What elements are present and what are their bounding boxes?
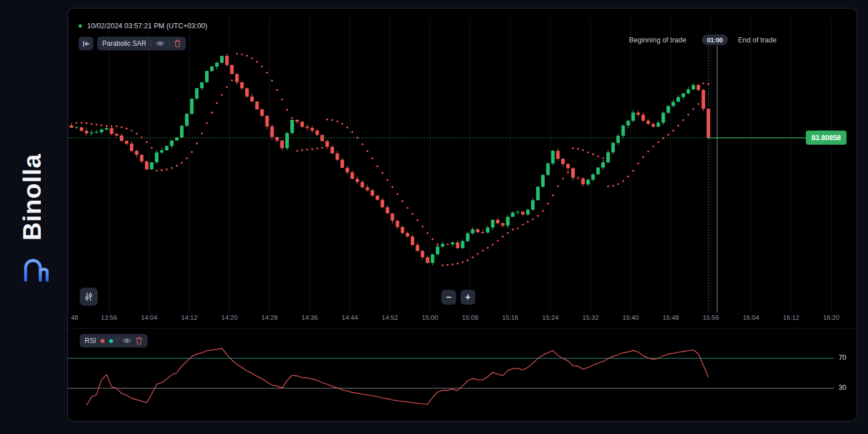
rsi-upper-level-label: 70 — [839, 354, 846, 362]
time-axis-label: 15:56 — [694, 314, 728, 321]
time-axis: 4813:5614:0414:1214:2014:2814:3614:4414:… — [68, 314, 857, 323]
indicator-delete-button[interactable] — [174, 40, 181, 47]
rsi-red-dot — [101, 339, 105, 343]
time-axis-label: 13:56 — [92, 314, 126, 321]
zoom-in-button[interactable]: + — [461, 290, 475, 305]
time-axis-label: 15:00 — [413, 314, 447, 321]
zoom-out-button[interactable]: − — [441, 290, 456, 305]
live-status-dot — [79, 24, 82, 28]
eye-icon — [156, 40, 164, 47]
collapse-left-icon — [82, 40, 90, 47]
time-axis-label: 14:52 — [373, 314, 407, 321]
indicator-toolbar: Parabolic SAR — [79, 37, 186, 50]
indicator-label: Parabolic SAR — [102, 40, 146, 47]
sliders-icon — [84, 292, 94, 302]
chart-timestamp-row: 10/02/2024 03:57:21 PM (UTC+03:00) — [79, 22, 207, 30]
trade-duration-badge: 01:00 — [702, 34, 728, 45]
rsi-label: RSI — [85, 337, 96, 345]
divider — [169, 40, 170, 47]
time-axis-label: 48 — [68, 314, 81, 321]
eye-icon — [123, 337, 131, 344]
parabolic-sar-badge[interactable]: Parabolic SAR — [97, 37, 186, 50]
binolla-logo-icon — [21, 255, 49, 284]
chart-panel: 10/02/2024 03:57:21 PM (UTC+03:00) Parab… — [67, 8, 857, 422]
current-price-label: 83.80858 — [806, 131, 847, 145]
time-axis-label: 16:04 — [734, 314, 768, 321]
time-axis-label: 16:12 — [774, 314, 808, 321]
time-axis-label: 16:20 — [814, 314, 848, 321]
time-axis-label: 15:16 — [493, 314, 527, 321]
trash-icon — [136, 337, 142, 345]
time-axis-label: 15:24 — [533, 314, 567, 321]
rsi-teal-dot — [109, 339, 113, 343]
end-of-trade-label: End of trade — [738, 36, 776, 44]
time-axis-label: 14:20 — [212, 314, 246, 321]
rsi-delete-button[interactable] — [136, 337, 142, 345]
chart-timestamp: 10/02/2024 03:57:21 PM (UTC+03:00) — [87, 22, 207, 30]
divider — [151, 40, 151, 47]
rsi-visibility-button[interactable] — [123, 337, 131, 344]
time-axis-label: 14:36 — [293, 314, 327, 321]
time-axis-label: 14:28 — [253, 314, 287, 321]
time-axis-label: 15:48 — [654, 314, 688, 321]
time-axis-label: 14:44 — [333, 314, 367, 321]
time-axis-label: 15:40 — [614, 314, 648, 321]
collapse-indicators-button[interactable] — [79, 37, 93, 50]
rsi-lower-level-label: 30 — [839, 384, 846, 392]
time-axis-label: 14:12 — [172, 314, 206, 321]
time-axis-label: 14:04 — [132, 314, 166, 321]
rsi-badge[interactable]: RSI — [80, 334, 147, 348]
brand-name: Binolla — [18, 154, 47, 241]
trash-icon — [174, 40, 181, 47]
zoom-controls: − + — [441, 290, 475, 305]
divider — [118, 337, 118, 345]
indicator-visibility-button[interactable] — [156, 40, 164, 47]
time-axis-label: 15:32 — [574, 314, 607, 321]
chart-canvas[interactable] — [68, 8, 857, 422]
chart-settings-button[interactable] — [80, 288, 98, 306]
time-axis-label: 15:08 — [453, 314, 487, 321]
beginning-of-trade-label: Beginning of trade — [629, 36, 686, 44]
